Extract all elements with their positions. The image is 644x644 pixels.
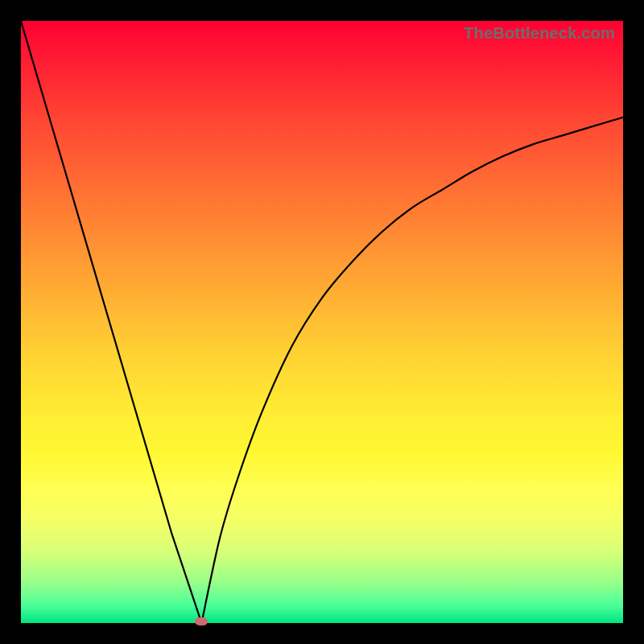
plot-area: TheBottleneck.com (21, 21, 623, 623)
chart-frame: TheBottleneck.com (0, 0, 644, 644)
minimum-marker (195, 617, 208, 625)
bottleneck-curve (21, 21, 623, 623)
